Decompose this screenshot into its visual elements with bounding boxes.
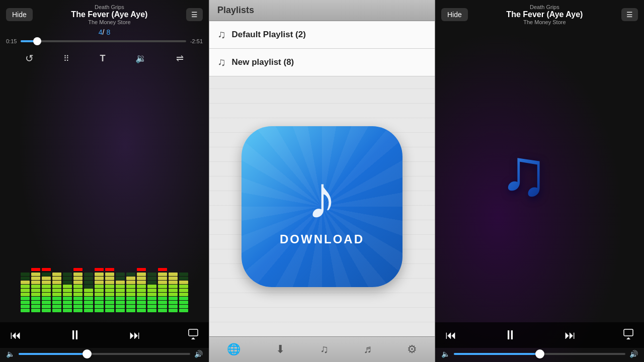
progress-bar-area: 0:15 -2:51: [0, 37, 209, 48]
right-track-title: The Fever (Aye Aye): [468, 10, 621, 19]
eq-bar: [95, 268, 104, 312]
svg-rect-2: [624, 329, 633, 336]
left-track-info: Death Grips The Fever (Aye Aye) The Mone…: [33, 4, 186, 25]
progress-thumb[interactable]: [33, 37, 41, 45]
eq-bar: [169, 268, 178, 312]
volume-track[interactable]: [19, 353, 190, 355]
equalizer-display: [0, 68, 209, 322]
left-hide-button[interactable]: Hide: [6, 8, 33, 21]
eq-bar: [52, 268, 61, 312]
tab-settings[interactable]: ⚙: [399, 341, 425, 358]
eq-bar: [21, 268, 30, 312]
download-area: ♪ DOWNLOAD: [209, 76, 435, 336]
time-current: 0:15: [6, 38, 17, 44]
playlists-header: Playlists: [209, 0, 435, 21]
settings-icon: ⚙: [407, 343, 417, 356]
right-album: The Money Store: [468, 19, 621, 25]
volume-fill: [19, 353, 87, 355]
svg-rect-0: [189, 329, 198, 336]
lyrics-button[interactable]: T: [96, 51, 109, 66]
tab-download[interactable]: ⬇: [268, 341, 293, 358]
internet-icon: 🌐: [227, 343, 240, 356]
playlist-item-new[interactable]: ♫ New playlist (8): [209, 49, 435, 76]
playback-controls-row: ↺ ⠿ T 🔉 ⇌: [0, 48, 209, 68]
left-panel: Hide Death Grips The Fever (Aye Aye) The…: [0, 0, 209, 362]
playlists-title: Playlists: [217, 5, 254, 15]
right-album-art-area: ♫: [435, 27, 644, 322]
volume-high-icon: 🔊: [194, 350, 203, 358]
eq-bar: [31, 268, 40, 312]
left-volume-bar: 🔈 🔊: [0, 348, 209, 362]
right-volume-track[interactable]: [454, 353, 625, 355]
left-menu-button[interactable]: ☰: [186, 8, 203, 21]
right-artist: Death Grips: [468, 4, 621, 10]
left-pause-button[interactable]: ⏸: [68, 327, 82, 343]
playlist-list: ♫ Default Playlist (2) ♫ New playlist (8…: [209, 21, 435, 76]
right-volume-thumb[interactable]: [535, 349, 544, 358]
right-prev-button[interactable]: ⏮: [445, 329, 456, 342]
eq-bar: [73, 268, 83, 312]
left-player-controls: ⏮ ⏸ ⏭: [0, 322, 209, 348]
right-menu-button[interactable]: ☰: [621, 8, 638, 21]
shuffle-button[interactable]: ⇌: [172, 51, 188, 66]
right-airplay-button[interactable]: [623, 328, 634, 342]
right-volume-bar: 🔈 🔊: [435, 348, 644, 362]
left-track-counter: 4/ 8: [0, 27, 209, 37]
right-volume-high-icon: 🔊: [629, 350, 638, 358]
right-next-button[interactable]: ⏭: [565, 329, 576, 342]
time-remaining: -2:51: [190, 38, 203, 44]
left-prev-button[interactable]: ⏮: [10, 329, 21, 342]
eq-bar: [105, 268, 114, 312]
eq-bar: [84, 268, 93, 312]
equalizer-button[interactable]: ⠿: [59, 52, 74, 65]
eq-bar: [63, 268, 72, 312]
playlist-edit-icon: ♫: [320, 343, 329, 356]
playlist-name-default: Default Playlist (2): [232, 30, 306, 40]
right-track-info: Death Grips The Fever (Aye Aye) The Mone…: [468, 4, 621, 25]
svg-marker-3: [626, 337, 631, 339]
repeat-button[interactable]: ↺: [21, 50, 38, 66]
right-player-controls: ⏮ ⏸ ⏭: [435, 322, 644, 348]
tab-playlist-edit[interactable]: ♫: [312, 341, 337, 358]
left-artist: Death Grips: [33, 4, 186, 10]
eq-bar: [147, 268, 156, 312]
right-hide-button[interactable]: Hide: [441, 8, 468, 21]
volume-low-icon: 🔈: [6, 350, 15, 358]
download-label: DOWNLOAD: [280, 232, 364, 246]
eq-bar: [126, 268, 135, 312]
playlist-icon-default: ♫: [217, 28, 226, 41]
left-next-button[interactable]: ⏭: [129, 329, 140, 342]
eq-bar: [137, 268, 146, 312]
left-header: Hide Death Grips The Fever (Aye Aye) The…: [0, 0, 209, 27]
playlist-icon-new: ♫: [217, 56, 226, 69]
volume-thumb[interactable]: [83, 349, 92, 358]
eq-bar: [179, 268, 188, 312]
left-track-title: The Fever (Aye Aye): [33, 10, 186, 19]
progress-track[interactable]: [21, 40, 186, 42]
download-icon: ⬇: [276, 343, 285, 356]
right-volume-low-icon: 🔈: [441, 350, 450, 358]
tab-queue[interactable]: ♬: [356, 341, 380, 358]
volume-button[interactable]: 🔉: [131, 51, 150, 66]
download-music-note-icon: ♪: [307, 167, 337, 227]
right-panel: Hide Death Grips The Fever (Aye Aye) The…: [435, 0, 644, 362]
playlist-name-new: New playlist (8): [232, 57, 294, 67]
music-note-3d-icon: ♫: [500, 135, 580, 215]
eq-bar: [158, 268, 167, 312]
right-volume-fill: [454, 353, 540, 355]
left-album: The Money Store: [33, 19, 186, 25]
eq-bar: [116, 268, 125, 312]
eq-bar: [42, 268, 51, 312]
right-pause-button[interactable]: ⏸: [504, 327, 517, 343]
svg-marker-1: [191, 337, 196, 339]
right-header: Hide Death Grips The Fever (Aye Aye) The…: [435, 0, 644, 27]
center-tab-bar: 🌐 ⬇ ♫ ♬ ⚙: [209, 336, 435, 362]
queue-icon: ♬: [364, 343, 372, 356]
download-button[interactable]: ♪ DOWNLOAD: [242, 126, 403, 287]
tab-internet[interactable]: 🌐: [219, 341, 249, 358]
left-airplay-button[interactable]: [188, 328, 199, 342]
playlist-item-default[interactable]: ♫ Default Playlist (2): [209, 21, 435, 49]
center-panel: Playlists ♫ Default Playlist (2) ♫ New p…: [209, 0, 435, 362]
